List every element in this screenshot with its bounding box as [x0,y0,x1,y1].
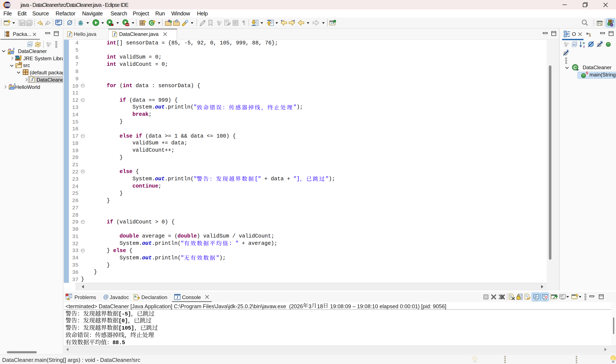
svg-text:J: J [68,32,70,37]
svg-text:J: J [31,77,33,82]
svg-text:J: J [113,32,115,37]
svg-text:¶: ¶ [242,19,245,25]
svg-text:z: z [583,44,585,48]
svg-text:!: ! [9,52,10,54]
svg-text:@: @ [103,294,109,299]
svg-text:!: ! [68,298,69,300]
svg-text:J: J [13,48,15,51]
svg-text:J: J [176,295,178,299]
svg-text:C: C [573,65,576,70]
svg-text:C: C [150,20,153,26]
svg-text:J: J [612,19,614,24]
